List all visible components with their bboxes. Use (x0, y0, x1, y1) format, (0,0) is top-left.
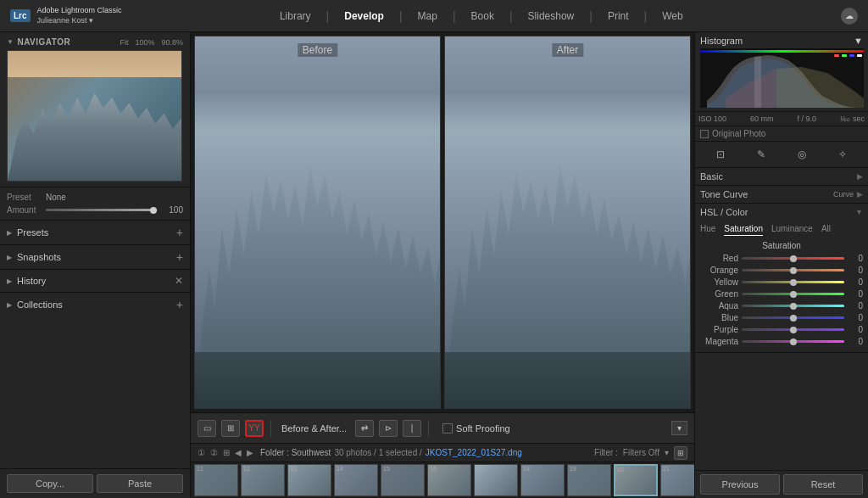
amount-slider[interactable] (46, 209, 157, 211)
collections-add-icon[interactable]: + (176, 298, 183, 311)
snapshots-row[interactable]: ▶ Snapshots + (0, 245, 190, 269)
film-thumb-16[interactable]: 16 (427, 464, 471, 496)
nav-map[interactable]: Map (418, 10, 437, 22)
film-thumb-19[interactable]: 19 (567, 464, 611, 496)
cloud-sync-icon[interactable]: ☁ (841, 8, 858, 25)
film-thumb-20[interactable]: 20 (614, 464, 658, 496)
copy-settings-button[interactable]: ⊳ (379, 420, 398, 437)
hsl-slider-red[interactable] (742, 257, 844, 260)
nav-slideshow[interactable]: Slideshow (528, 10, 575, 22)
filmstrip-toolbar: ① ② ⊞ ◀ ▶ Folder : Southwest 30 photos /… (191, 444, 694, 462)
filmstrip-prev-arrow[interactable]: ◀ (235, 448, 242, 457)
nav-develop[interactable]: Develop (344, 10, 384, 22)
user-name[interactable]: Julieanne Kost ▾ (37, 16, 122, 26)
basic-section-header[interactable]: Basic ▶ (695, 168, 868, 185)
nav-sep4: | (509, 9, 513, 23)
nav-web[interactable]: Web (662, 10, 682, 22)
filter-toggle-button[interactable]: ⊞ (674, 446, 687, 460)
collections-collapse-icon: ▶ (7, 301, 12, 309)
hsl-section: Hue Saturation Luminance All Saturation … (695, 221, 868, 352)
camera-mm: 60 mm (750, 115, 774, 123)
view-mode-label[interactable]: Before & After... (278, 423, 350, 434)
filmstrip-info: Folder : Southwest 30 photos / 1 selecte… (260, 448, 522, 457)
original-photo-label: Original Photo (712, 129, 765, 138)
previous-button[interactable]: Previous (700, 474, 780, 495)
soft-proof-checkbox[interactable] (442, 423, 453, 434)
eye-icon[interactable]: ◎ (793, 145, 811, 164)
reset-button[interactable]: Reset (783, 474, 863, 495)
zoom-fit[interactable]: Fit (120, 38, 128, 47)
navigator-title[interactable]: ▼ Navigator (7, 37, 70, 47)
amount-label: Amount (7, 205, 41, 215)
camera-info: ISO 100 60 mm f / 9.0 ¹⁄₆₀ sec (695, 112, 868, 126)
nav-print[interactable]: Print (608, 10, 629, 22)
film-thumb-11[interactable]: 11 (194, 464, 238, 496)
hsl-label-red: Red (700, 254, 738, 263)
nav-sep5: | (589, 9, 593, 23)
hsl-slider-blue[interactable] (742, 316, 844, 319)
original-photo-checkbox[interactable] (700, 130, 709, 138)
after-foreground (445, 352, 690, 408)
history-clear-icon[interactable]: ✕ (175, 275, 183, 287)
svg-rect-6 (834, 54, 839, 57)
copy-button[interactable]: Copy... (7, 474, 93, 493)
film-thumb-18[interactable]: 18 (520, 464, 565, 496)
nav-library[interactable]: Library (280, 10, 311, 22)
amount-value: 100 (162, 205, 183, 215)
collections-row[interactable]: ▶ Collections + (0, 293, 190, 316)
tone-curve-header[interactable]: Tone Curve Curve ▶ (695, 186, 868, 203)
hsl-slider-aqua[interactable] (742, 305, 844, 307)
after-label: After (552, 43, 583, 57)
gradient-icon[interactable]: ✧ (833, 145, 852, 164)
hsl-arrow-icon: ▼ (855, 208, 863, 216)
film-thumb-13[interactable]: 13 (287, 464, 331, 496)
zoom-100[interactable]: 100% (135, 38, 154, 47)
view-options-dropdown[interactable]: ▾ (671, 421, 687, 435)
hsl-slider-purple[interactable] (742, 328, 844, 331)
view-before-after-button[interactable]: YY (245, 420, 264, 437)
filter-value[interactable]: Filters Off (623, 448, 659, 457)
filmstrip-toolbar-left: ① ② ⊞ ◀ ▶ (198, 448, 253, 457)
svg-rect-7 (842, 54, 847, 57)
hsl-slider-yellow[interactable] (742, 281, 844, 283)
zoom-90[interactable]: 90.8% (161, 38, 183, 47)
filmstrip-mode-2[interactable]: ② (210, 448, 218, 457)
film-thumb-17[interactable]: 17 (474, 464, 518, 496)
filmstrip-filename[interactable]: JKOST_2022_01S27.dng (426, 448, 522, 457)
hsl-tab-all[interactable]: All (821, 224, 831, 236)
swap-sides-button[interactable]: ⇄ (355, 420, 374, 437)
hsl-label: HSL / Color (700, 207, 748, 217)
film-thumb-21[interactable]: 21 (660, 464, 694, 496)
hsl-slider-green[interactable] (742, 293, 844, 295)
hsl-slider-magenta[interactable] (742, 340, 844, 343)
hsl-slider-orange[interactable] (742, 269, 844, 271)
nav-sep3: | (453, 9, 456, 23)
film-thumb-12[interactable]: 12 (241, 464, 285, 496)
presets-row[interactable]: ▶ Presets + (0, 221, 190, 244)
crop-tool-icon[interactable]: ⊡ (711, 145, 730, 164)
filter-dropdown-icon[interactable]: ▾ (665, 448, 669, 457)
filmstrip-mode-1[interactable]: ① (198, 448, 205, 457)
tone-curve-label: Tone Curve (700, 189, 748, 199)
film-thumb-num-11: 11 (197, 466, 203, 472)
hsl-tab-saturation[interactable]: Saturation (724, 224, 763, 236)
film-thumb-15[interactable]: 15 (381, 464, 425, 496)
split-view-button[interactable]: | (403, 420, 421, 437)
presets-section: ▶ Presets + (0, 220, 190, 244)
presets-add-icon[interactable]: + (176, 226, 183, 239)
heal-tool-icon[interactable]: ✎ (752, 145, 771, 164)
nav-sep6: | (644, 9, 648, 23)
history-row[interactable]: ▶ History ✕ (0, 270, 190, 292)
view-compare-button[interactable]: ⊞ (221, 420, 240, 437)
hsl-tab-luminance[interactable]: Luminance (771, 224, 813, 236)
filmstrip-grid-icon[interactable]: ⊞ (223, 448, 230, 457)
hsl-tab-hue[interactable]: Hue (700, 224, 715, 236)
snapshots-add-icon[interactable]: + (176, 250, 183, 264)
nav-sep2: | (399, 9, 403, 23)
paste-button[interactable]: Paste (97, 474, 183, 493)
nav-book[interactable]: Book (471, 10, 494, 22)
hsl-section-header[interactable]: HSL / Color ▼ (695, 204, 868, 221)
view-loupe-button[interactable]: ▭ (198, 420, 216, 437)
film-thumb-14[interactable]: 14 (334, 464, 378, 496)
filmstrip-next-arrow[interactable]: ▶ (247, 448, 253, 457)
